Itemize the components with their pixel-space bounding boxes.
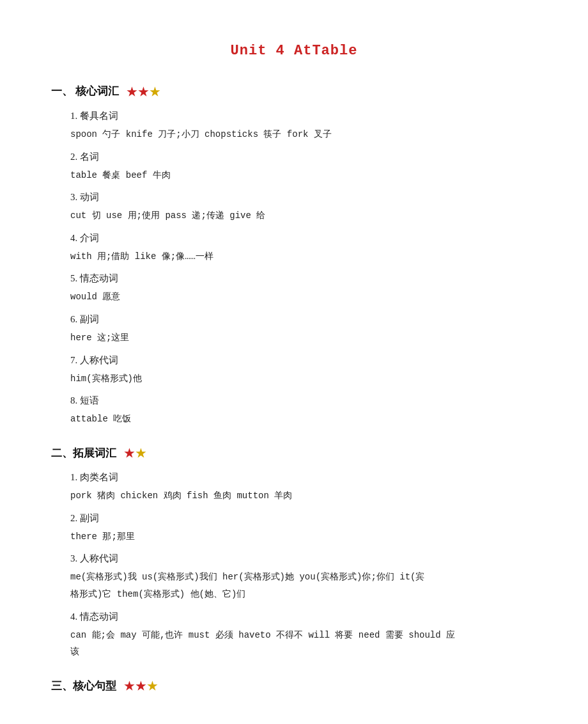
section-core-vocab: 一、 核心词汇 ★ ★ ★ 1. 餐具名词 spoon 勺子 knife 刀子;… [51, 82, 537, 428]
subsection-1-8: 8. 短语 attable 吃饭 [70, 392, 537, 428]
star2-1: ★ [124, 443, 134, 464]
section-core-sentences: 三、核心句型 ★ ★ ★ [51, 676, 537, 696]
content-2-4: can 能;会 may 可能,也许 must 必须 haveto 不得不 wil… [70, 627, 537, 661]
page-container: Unit 4 AtTable 一、 核心词汇 ★ ★ ★ 1. 餐具名词 spo… [51, 38, 537, 696]
subsection-2-3: 3. 人称代词 me(宾格形式)我 us(宾格形式)我们 her(宾格形式)她 … [70, 550, 537, 602]
sub-title-2-4: 4. 情态动词 [70, 608, 537, 626]
subsection-1-5: 5. 情态动词 would 愿意 [70, 270, 537, 306]
section3-heading: 三、核心句型 ★ ★ ★ [51, 676, 537, 696]
section3-title-text: 三、核心句型 [51, 677, 116, 696]
sub-title-2-2: 2. 副词 [70, 510, 537, 527]
page-title: Unit 4 AtTable [51, 38, 537, 64]
sub-title-2-1: 1. 肉类名词 [70, 469, 537, 486]
content-1-1: spoon 勺子 knife 刀子;小刀 chopsticks 筷子 fork … [70, 126, 537, 143]
section2-heading: 二、拓展词汇 ★ ★ [51, 443, 537, 464]
sub-title-1-7: 7. 人称代词 [70, 352, 537, 369]
subsection-2-2: 2. 副词 there 那;那里 [70, 510, 537, 546]
sub-title-1-1: 1. 餐具名词 [70, 107, 537, 125]
section3-stars: ★ ★ ★ [124, 676, 157, 696]
subsection-1-7: 7. 人称代词 him(宾格形式)他 [70, 352, 537, 388]
star-1: ★ [127, 82, 137, 102]
sub-title-1-4: 4. 介词 [70, 230, 537, 247]
content-2-1: pork 猪肉 chicken 鸡肉 fish 鱼肉 mutton 羊肉 [70, 487, 537, 505]
subsection-1-4: 4. 介词 with 用;借助 like 像;像……一样 [70, 230, 537, 265]
star-2: ★ [138, 82, 148, 102]
star-3: ★ [150, 82, 160, 102]
subsection-2-4: 4. 情态动词 can 能;会 may 可能,也许 must 必须 haveto… [70, 608, 537, 661]
content-2-2: there 那;那里 [70, 528, 537, 546]
subsection-2-1: 1. 肉类名词 pork 猪肉 chicken 鸡肉 fish 鱼肉 mutto… [70, 469, 537, 505]
subsection-1-2: 2. 名词 table 餐桌 beef 牛肉 [70, 148, 537, 184]
section1-stars: ★ ★ ★ [127, 82, 160, 102]
sub-title-1-8: 8. 短语 [70, 392, 537, 409]
star3-2: ★ [135, 676, 146, 696]
content-2-3: me(宾格形式)我 us(宾格形式)我们 her(宾格形式)她 you(宾格形式… [70, 569, 537, 602]
sub-title-1-2: 2. 名词 [70, 148, 537, 166]
sub-title-2-3: 3. 人称代词 [70, 550, 537, 567]
section1-title-text: 一、 核心词汇 [51, 82, 119, 102]
content-1-7: him(宾格形式)他 [70, 370, 537, 388]
subsection-1-6: 6. 副词 here 这;这里 [70, 311, 537, 347]
section1-heading: 一、 核心词汇 ★ ★ ★ [51, 82, 537, 102]
content-1-2: table 餐桌 beef 牛肉 [70, 167, 537, 184]
content-1-5: would 愿意 [70, 288, 537, 306]
content-1-8: attable 吃饭 [70, 411, 537, 428]
content-1-6: here 这;这里 [70, 329, 537, 347]
content-1-4: with 用;借助 like 像;像……一样 [70, 248, 537, 265]
sub-title-1-5: 5. 情态动词 [70, 270, 537, 287]
star3-3: ★ [147, 676, 157, 696]
star2-2: ★ [135, 443, 146, 464]
star3-1: ★ [124, 676, 134, 696]
section-expand-vocab: 二、拓展词汇 ★ ★ 1. 肉类名词 pork 猪肉 chicken 鸡肉 fi… [51, 443, 537, 661]
subsection-1-3: 3. 动词 cut 切 use 用;使用 pass 递;传递 give 给 [70, 189, 537, 224]
subsection-1-1: 1. 餐具名词 spoon 勺子 knife 刀子;小刀 chopsticks … [70, 107, 537, 143]
sub-title-1-3: 3. 动词 [70, 189, 537, 206]
content-1-3: cut 切 use 用;使用 pass 递;传递 give 给 [70, 207, 537, 224]
sub-title-1-6: 6. 副词 [70, 311, 537, 328]
section2-title-text: 二、拓展词汇 [51, 444, 116, 464]
section2-stars: ★ ★ [124, 443, 146, 464]
